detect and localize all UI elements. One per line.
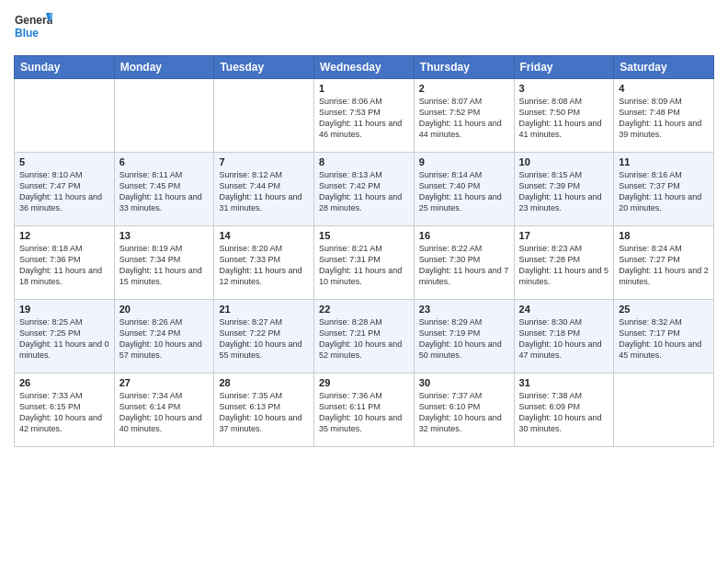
- calendar-cell: 19Sunrise: 8:25 AM Sunset: 7:25 PM Dayli…: [15, 300, 115, 373]
- calendar-header-row: SundayMondayTuesdayWednesdayThursdayFrid…: [15, 56, 714, 79]
- calendar-cell: 12Sunrise: 8:18 AM Sunset: 7:36 PM Dayli…: [15, 226, 115, 300]
- day-info: Sunrise: 7:35 AM Sunset: 6:13 PM Dayligh…: [219, 390, 309, 435]
- day-number: 24: [519, 304, 609, 315]
- calendar-cell: [214, 79, 314, 153]
- day-number: 7: [219, 156, 309, 167]
- day-number: 23: [419, 304, 509, 315]
- calendar-week-5: 26Sunrise: 7:33 AM Sunset: 6:15 PM Dayli…: [15, 373, 714, 447]
- calendar-cell: 23Sunrise: 8:29 AM Sunset: 7:19 PM Dayli…: [414, 300, 514, 373]
- day-info: Sunrise: 7:33 AM Sunset: 6:15 PM Dayligh…: [19, 390, 109, 435]
- calendar-cell: [15, 79, 115, 153]
- logo: General Blue: [14, 9, 52, 48]
- calendar-cell: 6Sunrise: 8:11 AM Sunset: 7:45 PM Daylig…: [114, 153, 214, 226]
- calendar-cell: [614, 373, 714, 447]
- day-info: Sunrise: 8:06 AM Sunset: 7:53 PM Dayligh…: [319, 96, 409, 141]
- calendar-cell: 10Sunrise: 8:15 AM Sunset: 7:39 PM Dayli…: [514, 153, 614, 226]
- col-header-saturday: Saturday: [614, 56, 714, 79]
- calendar-cell: 27Sunrise: 7:34 AM Sunset: 6:14 PM Dayli…: [114, 373, 214, 447]
- day-number: 17: [519, 230, 609, 241]
- day-number: 6: [119, 156, 210, 167]
- day-info: Sunrise: 8:16 AM Sunset: 7:37 PM Dayligh…: [619, 169, 709, 214]
- day-number: 26: [19, 377, 109, 388]
- calendar-week-1: 1Sunrise: 8:06 AM Sunset: 7:53 PM Daylig…: [15, 79, 714, 153]
- day-number: 4: [619, 83, 709, 94]
- calendar-cell: 5Sunrise: 8:10 AM Sunset: 7:47 PM Daylig…: [15, 153, 115, 226]
- calendar: SundayMondayTuesdayWednesdayThursdayFrid…: [14, 55, 714, 447]
- col-header-sunday: Sunday: [15, 56, 115, 79]
- day-info: Sunrise: 8:21 AM Sunset: 7:31 PM Dayligh…: [319, 243, 409, 288]
- day-info: Sunrise: 8:07 AM Sunset: 7:52 PM Dayligh…: [419, 96, 509, 141]
- day-number: 30: [419, 377, 509, 388]
- calendar-cell: 22Sunrise: 8:28 AM Sunset: 7:21 PM Dayli…: [314, 300, 415, 373]
- calendar-cell: 14Sunrise: 8:20 AM Sunset: 7:33 PM Dayli…: [214, 226, 314, 300]
- day-number: 15: [319, 230, 409, 241]
- day-number: 5: [19, 156, 109, 167]
- calendar-cell: 1Sunrise: 8:06 AM Sunset: 7:53 PM Daylig…: [314, 79, 415, 153]
- calendar-cell: 29Sunrise: 7:36 AM Sunset: 6:11 PM Dayli…: [314, 373, 415, 447]
- day-info: Sunrise: 8:12 AM Sunset: 7:44 PM Dayligh…: [219, 169, 309, 214]
- day-number: 21: [219, 304, 309, 315]
- page-header: General Blue: [14, 9, 714, 48]
- calendar-cell: 3Sunrise: 8:08 AM Sunset: 7:50 PM Daylig…: [514, 79, 614, 153]
- svg-text:Blue: Blue: [15, 27, 39, 40]
- calendar-cell: 17Sunrise: 8:23 AM Sunset: 7:28 PM Dayli…: [514, 226, 614, 300]
- col-header-tuesday: Tuesday: [214, 56, 314, 79]
- calendar-cell: 15Sunrise: 8:21 AM Sunset: 7:31 PM Dayli…: [314, 226, 415, 300]
- logo-svg: General Blue: [14, 9, 52, 48]
- calendar-cell: 16Sunrise: 8:22 AM Sunset: 7:30 PM Dayli…: [414, 226, 514, 300]
- day-number: 11: [619, 156, 709, 167]
- calendar-cell: 21Sunrise: 8:27 AM Sunset: 7:22 PM Dayli…: [214, 300, 314, 373]
- day-number: 27: [119, 377, 210, 388]
- day-number: 31: [519, 377, 609, 388]
- day-number: 13: [119, 230, 210, 241]
- day-info: Sunrise: 8:23 AM Sunset: 7:28 PM Dayligh…: [519, 243, 609, 288]
- calendar-week-3: 12Sunrise: 8:18 AM Sunset: 7:36 PM Dayli…: [15, 226, 714, 300]
- day-number: 25: [619, 304, 709, 315]
- day-number: 19: [19, 304, 109, 315]
- day-number: 2: [419, 83, 509, 94]
- calendar-cell: [114, 79, 214, 153]
- day-info: Sunrise: 8:29 AM Sunset: 7:19 PM Dayligh…: [419, 316, 509, 362]
- day-info: Sunrise: 8:24 AM Sunset: 7:27 PM Dayligh…: [619, 243, 709, 288]
- day-number: 3: [519, 83, 609, 94]
- day-info: Sunrise: 8:28 AM Sunset: 7:21 PM Dayligh…: [319, 316, 409, 362]
- day-info: Sunrise: 7:36 AM Sunset: 6:11 PM Dayligh…: [319, 390, 409, 435]
- day-info: Sunrise: 8:18 AM Sunset: 7:36 PM Dayligh…: [19, 243, 109, 288]
- day-info: Sunrise: 8:11 AM Sunset: 7:45 PM Dayligh…: [119, 169, 210, 214]
- day-number: 22: [319, 304, 409, 315]
- day-number: 16: [419, 230, 509, 241]
- day-info: Sunrise: 8:22 AM Sunset: 7:30 PM Dayligh…: [419, 243, 509, 288]
- col-header-friday: Friday: [514, 56, 614, 79]
- day-info: Sunrise: 8:10 AM Sunset: 7:47 PM Dayligh…: [19, 169, 109, 214]
- day-number: 12: [19, 230, 109, 241]
- calendar-cell: 30Sunrise: 7:37 AM Sunset: 6:10 PM Dayli…: [414, 373, 514, 447]
- calendar-cell: 13Sunrise: 8:19 AM Sunset: 7:34 PM Dayli…: [114, 226, 214, 300]
- col-header-wednesday: Wednesday: [314, 56, 415, 79]
- calendar-cell: 4Sunrise: 8:09 AM Sunset: 7:48 PM Daylig…: [614, 79, 714, 153]
- day-number: 10: [519, 156, 609, 167]
- day-info: Sunrise: 8:19 AM Sunset: 7:34 PM Dayligh…: [119, 243, 210, 288]
- calendar-cell: 20Sunrise: 8:26 AM Sunset: 7:24 PM Dayli…: [114, 300, 214, 373]
- day-number: 18: [619, 230, 709, 241]
- svg-text:General: General: [15, 14, 52, 27]
- calendar-cell: 7Sunrise: 8:12 AM Sunset: 7:44 PM Daylig…: [214, 153, 314, 226]
- calendar-cell: 24Sunrise: 8:30 AM Sunset: 7:18 PM Dayli…: [514, 300, 614, 373]
- calendar-cell: 28Sunrise: 7:35 AM Sunset: 6:13 PM Dayli…: [214, 373, 314, 447]
- calendar-cell: 18Sunrise: 8:24 AM Sunset: 7:27 PM Dayli…: [614, 226, 714, 300]
- day-number: 20: [119, 304, 210, 315]
- day-info: Sunrise: 8:13 AM Sunset: 7:42 PM Dayligh…: [319, 169, 409, 214]
- day-info: Sunrise: 8:08 AM Sunset: 7:50 PM Dayligh…: [519, 96, 609, 141]
- day-number: 28: [219, 377, 309, 388]
- day-info: Sunrise: 7:38 AM Sunset: 6:09 PM Dayligh…: [519, 390, 609, 435]
- day-info: Sunrise: 8:32 AM Sunset: 7:17 PM Dayligh…: [619, 316, 709, 362]
- calendar-cell: 2Sunrise: 8:07 AM Sunset: 7:52 PM Daylig…: [414, 79, 514, 153]
- day-info: Sunrise: 8:20 AM Sunset: 7:33 PM Dayligh…: [219, 243, 309, 288]
- calendar-cell: 26Sunrise: 7:33 AM Sunset: 6:15 PM Dayli…: [15, 373, 115, 447]
- day-info: Sunrise: 8:26 AM Sunset: 7:24 PM Dayligh…: [119, 316, 210, 362]
- day-number: 8: [319, 156, 409, 167]
- day-info: Sunrise: 8:14 AM Sunset: 7:40 PM Dayligh…: [419, 169, 509, 214]
- calendar-cell: 8Sunrise: 8:13 AM Sunset: 7:42 PM Daylig…: [314, 153, 415, 226]
- day-info: Sunrise: 8:25 AM Sunset: 7:25 PM Dayligh…: [19, 316, 109, 362]
- col-header-monday: Monday: [114, 56, 214, 79]
- day-info: Sunrise: 8:30 AM Sunset: 7:18 PM Dayligh…: [519, 316, 609, 362]
